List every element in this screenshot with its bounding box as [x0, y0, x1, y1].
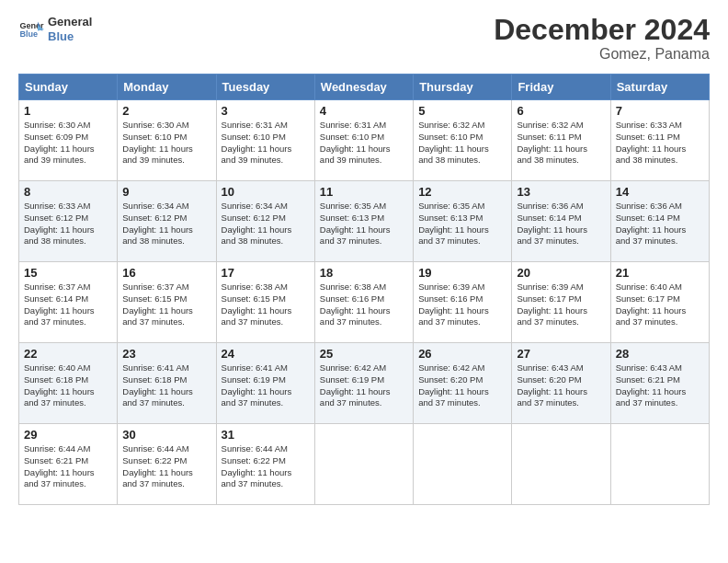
day-cell	[512, 424, 610, 505]
day-number: 14	[616, 185, 704, 199]
day-info: Sunrise: 6:38 AM Sunset: 6:15 PM Dayligh…	[222, 282, 310, 328]
weekday-header-monday: Monday	[118, 75, 216, 100]
day-info: Sunrise: 6:39 AM Sunset: 6:17 PM Dayligh…	[517, 282, 605, 328]
day-cell: 11Sunrise: 6:35 AM Sunset: 6:13 PM Dayli…	[314, 181, 413, 262]
day-cell	[314, 424, 413, 505]
day-number: 20	[517, 266, 605, 280]
day-cell: 5Sunrise: 6:32 AM Sunset: 6:10 PM Daylig…	[414, 100, 512, 181]
day-cell: 12Sunrise: 6:35 AM Sunset: 6:13 PM Dayli…	[414, 181, 512, 262]
logo-text: General Blue	[48, 15, 92, 43]
week-row-2: 8Sunrise: 6:33 AM Sunset: 6:12 PM Daylig…	[19, 181, 710, 262]
page: General Blue General Blue December 2024 …	[0, 0, 728, 563]
day-info: Sunrise: 6:32 AM Sunset: 6:10 PM Dayligh…	[418, 120, 506, 167]
day-number: 30	[122, 428, 210, 442]
week-row-5: 29Sunrise: 6:44 AM Sunset: 6:21 PM Dayli…	[19, 424, 710, 505]
day-cell: 29Sunrise: 6:44 AM Sunset: 6:21 PM Dayli…	[19, 424, 118, 505]
day-number: 27	[517, 347, 605, 361]
day-info: Sunrise: 6:30 AM Sunset: 6:09 PM Dayligh…	[24, 120, 112, 167]
day-info: Sunrise: 6:43 AM Sunset: 6:21 PM Dayligh…	[616, 362, 704, 409]
day-info: Sunrise: 6:42 AM Sunset: 6:20 PM Dayligh…	[418, 362, 506, 409]
day-cell: 30Sunrise: 6:44 AM Sunset: 6:22 PM Dayli…	[118, 424, 216, 505]
day-cell: 6Sunrise: 6:32 AM Sunset: 6:11 PM Daylig…	[512, 100, 610, 181]
day-cell: 25Sunrise: 6:42 AM Sunset: 6:19 PM Dayli…	[314, 343, 413, 424]
day-number: 7	[616, 104, 704, 118]
day-number: 18	[320, 266, 408, 280]
day-info: Sunrise: 6:38 AM Sunset: 6:16 PM Dayligh…	[320, 282, 408, 328]
weekday-header-friday: Friday	[512, 75, 610, 100]
day-cell: 3Sunrise: 6:31 AM Sunset: 6:10 PM Daylig…	[216, 100, 314, 181]
day-number: 25	[320, 347, 408, 361]
day-number: 24	[222, 347, 310, 361]
day-number: 31	[222, 428, 310, 442]
day-number: 9	[122, 185, 210, 199]
month-title: December 2024	[494, 15, 710, 44]
weekday-header-wednesday: Wednesday	[314, 75, 413, 100]
day-cell: 13Sunrise: 6:36 AM Sunset: 6:14 PM Dayli…	[512, 181, 610, 262]
day-number: 8	[24, 185, 112, 199]
day-number: 11	[320, 185, 408, 199]
day-info: Sunrise: 6:31 AM Sunset: 6:10 PM Dayligh…	[222, 120, 310, 167]
day-info: Sunrise: 6:33 AM Sunset: 6:11 PM Dayligh…	[616, 120, 704, 167]
day-cell: 23Sunrise: 6:41 AM Sunset: 6:18 PM Dayli…	[118, 343, 216, 424]
logo-blue: Blue	[48, 29, 92, 44]
day-number: 1	[24, 104, 112, 118]
day-number: 29	[24, 428, 112, 442]
day-info: Sunrise: 6:41 AM Sunset: 6:19 PM Dayligh…	[222, 362, 310, 409]
day-number: 15	[24, 266, 112, 280]
day-cell: 7Sunrise: 6:33 AM Sunset: 6:11 PM Daylig…	[610, 100, 709, 181]
day-cell: 21Sunrise: 6:40 AM Sunset: 6:17 PM Dayli…	[610, 262, 709, 343]
day-number: 4	[320, 104, 408, 118]
day-info: Sunrise: 6:31 AM Sunset: 6:10 PM Dayligh…	[320, 120, 408, 167]
day-number: 2	[122, 104, 210, 118]
day-number: 22	[24, 347, 112, 361]
day-cell: 19Sunrise: 6:39 AM Sunset: 6:16 PM Dayli…	[414, 262, 512, 343]
day-cell: 9Sunrise: 6:34 AM Sunset: 6:12 PM Daylig…	[118, 181, 216, 262]
weekday-header-thursday: Thursday	[414, 75, 512, 100]
day-cell: 2Sunrise: 6:30 AM Sunset: 6:10 PM Daylig…	[118, 100, 216, 181]
day-info: Sunrise: 6:44 AM Sunset: 6:22 PM Dayligh…	[222, 443, 310, 490]
day-cell: 27Sunrise: 6:43 AM Sunset: 6:20 PM Dayli…	[512, 343, 610, 424]
calendar: SundayMondayTuesdayWednesdayThursdayFrid…	[18, 74, 710, 505]
day-cell: 16Sunrise: 6:37 AM Sunset: 6:15 PM Dayli…	[118, 262, 216, 343]
day-number: 10	[222, 185, 310, 199]
day-cell: 10Sunrise: 6:34 AM Sunset: 6:12 PM Dayli…	[216, 181, 314, 262]
day-info: Sunrise: 6:34 AM Sunset: 6:12 PM Dayligh…	[222, 201, 310, 247]
day-info: Sunrise: 6:40 AM Sunset: 6:17 PM Dayligh…	[616, 282, 704, 328]
day-cell	[610, 424, 709, 505]
day-cell: 31Sunrise: 6:44 AM Sunset: 6:22 PM Dayli…	[216, 424, 314, 505]
day-info: Sunrise: 6:42 AM Sunset: 6:19 PM Dayligh…	[320, 362, 408, 409]
day-number: 12	[418, 185, 506, 199]
weekday-header-row: SundayMondayTuesdayWednesdayThursdayFrid…	[19, 75, 710, 100]
day-info: Sunrise: 6:39 AM Sunset: 6:16 PM Dayligh…	[418, 282, 506, 328]
logo: General Blue General Blue	[18, 15, 92, 43]
title-block: December 2024 Gomez, Panama	[494, 15, 710, 63]
day-info: Sunrise: 6:44 AM Sunset: 6:22 PM Dayligh…	[122, 443, 210, 490]
day-cell: 17Sunrise: 6:38 AM Sunset: 6:15 PM Dayli…	[216, 262, 314, 343]
day-number: 5	[418, 104, 506, 118]
day-info: Sunrise: 6:32 AM Sunset: 6:11 PM Dayligh…	[517, 120, 605, 167]
svg-text:Blue: Blue	[19, 29, 38, 39]
day-info: Sunrise: 6:37 AM Sunset: 6:15 PM Dayligh…	[122, 282, 210, 328]
location: Gomez, Panama	[494, 46, 710, 63]
day-cell: 28Sunrise: 6:43 AM Sunset: 6:21 PM Dayli…	[610, 343, 709, 424]
day-cell: 14Sunrise: 6:36 AM Sunset: 6:14 PM Dayli…	[610, 181, 709, 262]
day-cell: 8Sunrise: 6:33 AM Sunset: 6:12 PM Daylig…	[19, 181, 118, 262]
week-row-3: 15Sunrise: 6:37 AM Sunset: 6:14 PM Dayli…	[19, 262, 710, 343]
header: General Blue General Blue December 2024 …	[18, 15, 710, 63]
day-number: 13	[517, 185, 605, 199]
day-info: Sunrise: 6:30 AM Sunset: 6:10 PM Dayligh…	[122, 120, 210, 167]
day-cell	[414, 424, 512, 505]
day-cell: 15Sunrise: 6:37 AM Sunset: 6:14 PM Dayli…	[19, 262, 118, 343]
day-info: Sunrise: 6:44 AM Sunset: 6:21 PM Dayligh…	[24, 443, 112, 490]
day-cell: 20Sunrise: 6:39 AM Sunset: 6:17 PM Dayli…	[512, 262, 610, 343]
week-row-1: 1Sunrise: 6:30 AM Sunset: 6:09 PM Daylig…	[19, 100, 710, 181]
week-row-4: 22Sunrise: 6:40 AM Sunset: 6:18 PM Dayli…	[19, 343, 710, 424]
day-number: 6	[517, 104, 605, 118]
day-number: 16	[122, 266, 210, 280]
day-number: 28	[616, 347, 704, 361]
day-cell: 22Sunrise: 6:40 AM Sunset: 6:18 PM Dayli…	[19, 343, 118, 424]
day-info: Sunrise: 6:35 AM Sunset: 6:13 PM Dayligh…	[320, 201, 408, 247]
day-cell: 4Sunrise: 6:31 AM Sunset: 6:10 PM Daylig…	[314, 100, 413, 181]
day-info: Sunrise: 6:36 AM Sunset: 6:14 PM Dayligh…	[616, 201, 704, 247]
day-cell: 1Sunrise: 6:30 AM Sunset: 6:09 PM Daylig…	[19, 100, 118, 181]
